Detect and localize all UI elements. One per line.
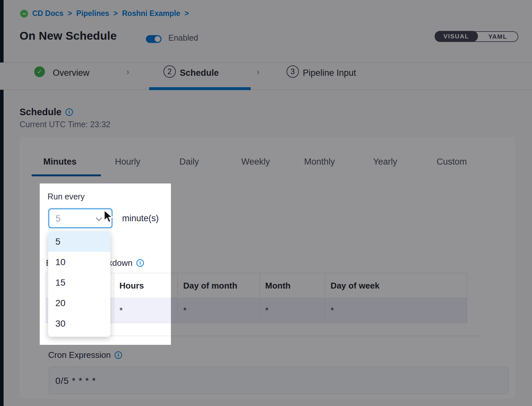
column-header-day-of-week: Day of week [325,273,467,298]
schedule-section-header: Schedule i [20,107,73,117]
wizard-step-overview[interactable]: Overview [53,68,90,78]
page-title: On New Schedule [20,29,117,42]
dropdown-option-10[interactable]: 10 [48,252,110,272]
dropdown-option-15[interactable]: 15 [48,272,110,293]
cell-month-value: * [260,298,325,323]
trigger-schedule-page: ∞ CD Docs > Pipelines > Roshni Example >… [0,0,532,406]
chevron-down-icon [96,215,102,221]
tab-custom[interactable]: Custom [437,157,467,167]
column-header-hours: Hours [114,273,178,298]
tab-yearly[interactable]: Yearly [373,157,397,167]
pipeline-icon: ∞ [20,10,28,18]
wizard-bar: ✓ Overview › 2 Schedule › 3 Pipeline Inp… [0,62,532,90]
tab-minutes[interactable]: Minutes [43,157,77,167]
cell-hours-value: * [114,298,178,323]
breadcrumb-link-project[interactable]: CD Docs [32,9,63,18]
breadcrumb-separator: > [113,9,118,18]
tab-daily[interactable]: Daily [179,157,199,167]
toggle-knob [155,36,161,42]
active-tab-underline [32,174,101,176]
step-complete-check-icon: ✓ [34,66,45,77]
chevron-right-icon: › [127,67,129,77]
chevron-right-icon: › [257,67,259,77]
breadcrumb: ∞ CD Docs > Pipelines > Roshni Example > [20,9,189,18]
dropdown-option-20[interactable]: 20 [48,293,110,313]
visual-button[interactable]: VISUAL [435,31,478,42]
column-header-month: Month [260,273,325,298]
column-header-day-of-month: Day of month [178,273,260,298]
step-2-number: 2 [163,65,176,78]
breadcrumb-link-pipelines[interactable]: Pipelines [76,9,109,18]
minutes-dropdown-menu: 5 10 15 20 30 [48,231,110,337]
active-step-indicator [149,87,251,90]
step-3-number: 3 [287,65,299,78]
current-utc-time: Current UTC Time: 23:32 [20,120,110,129]
minutes-select-value: 5 [56,214,61,224]
tab-monthly[interactable]: Monthly [304,157,335,167]
minutes-select[interactable]: 5 [49,209,112,228]
section-divider [46,336,482,336]
schedule-heading: Schedule [20,107,62,117]
nav-rail [0,0,4,406]
cell-day-of-week-value: * [325,298,467,323]
enabled-label: Enabled [168,33,198,43]
dropdown-option-5[interactable]: 5 [48,231,110,252]
view-mode-toggle: VISUAL YAML [435,31,518,42]
breadcrumb-separator: > [185,9,189,18]
cell-day-of-month-value: * [178,298,260,323]
breadcrumb-link-pipeline[interactable]: Roshni Example [122,9,180,18]
yaml-button[interactable]: YAML [478,33,518,40]
tab-weekly[interactable]: Weekly [241,157,270,167]
tab-hourly[interactable]: Hourly [115,157,140,167]
info-icon[interactable]: i [115,351,122,359]
cron-expression-input[interactable]: 0/5 * * * * [49,367,509,394]
info-icon[interactable]: i [65,108,73,116]
enabled-toggle[interactable] [146,35,161,43]
cron-expression-header: Cron Expression i [48,350,122,360]
wizard-step-schedule[interactable]: Schedule [180,68,219,78]
minutes-unit-label: minute(s) [122,213,159,223]
info-icon[interactable]: i [136,259,144,267]
run-every-label: Run every [48,192,85,201]
cron-expression-label: Cron Expression [48,350,111,360]
dropdown-option-30[interactable]: 30 [48,313,110,334]
wizard-step-pipeline-input[interactable]: Pipeline Input [303,68,356,78]
breadcrumb-separator: > [68,9,72,18]
